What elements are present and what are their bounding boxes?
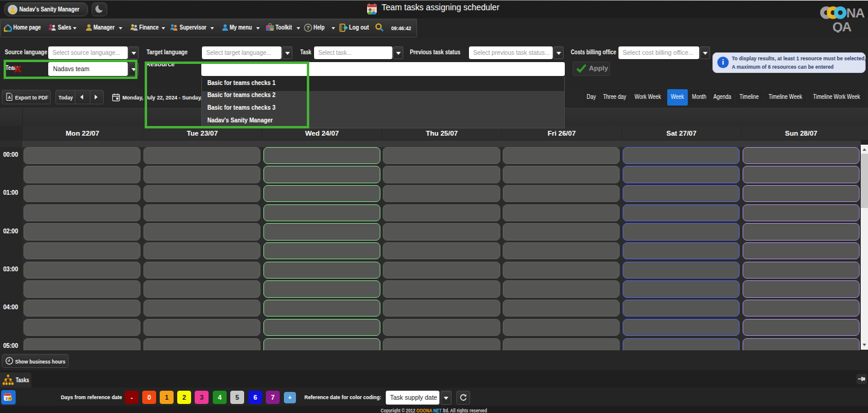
svg-text:A: A	[8, 95, 11, 99]
svg-text:QA: QA	[832, 19, 852, 33]
svg-text:NA: NA	[846, 5, 865, 20]
svg-text:?: ?	[306, 25, 310, 31]
